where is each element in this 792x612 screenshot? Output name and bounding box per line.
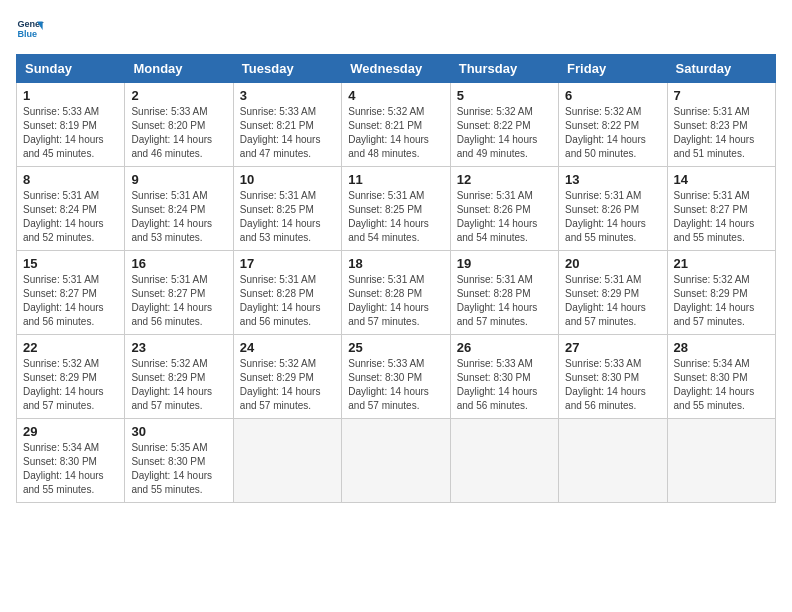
day-info: Sunrise: 5:31 AM Sunset: 8:26 PM Dayligh… xyxy=(565,189,660,245)
day-number: 20 xyxy=(565,256,660,271)
calendar-cell: 14Sunrise: 5:31 AM Sunset: 8:27 PM Dayli… xyxy=(667,167,775,251)
day-number: 19 xyxy=(457,256,552,271)
calendar-cell: 13Sunrise: 5:31 AM Sunset: 8:26 PM Dayli… xyxy=(559,167,667,251)
calendar-row: 1Sunrise: 5:33 AM Sunset: 8:19 PM Daylig… xyxy=(17,83,776,167)
day-info: Sunrise: 5:32 AM Sunset: 8:21 PM Dayligh… xyxy=(348,105,443,161)
day-number: 18 xyxy=(348,256,443,271)
calendar-table: SundayMondayTuesdayWednesdayThursdayFrid… xyxy=(16,54,776,503)
day-number: 27 xyxy=(565,340,660,355)
calendar-cell: 4Sunrise: 5:32 AM Sunset: 8:21 PM Daylig… xyxy=(342,83,450,167)
day-info: Sunrise: 5:31 AM Sunset: 8:29 PM Dayligh… xyxy=(565,273,660,329)
calendar-cell xyxy=(559,419,667,503)
day-info: Sunrise: 5:31 AM Sunset: 8:25 PM Dayligh… xyxy=(348,189,443,245)
calendar-cell: 12Sunrise: 5:31 AM Sunset: 8:26 PM Dayli… xyxy=(450,167,558,251)
day-number: 25 xyxy=(348,340,443,355)
calendar-row: 22Sunrise: 5:32 AM Sunset: 8:29 PM Dayli… xyxy=(17,335,776,419)
weekday-header-sunday: Sunday xyxy=(17,55,125,83)
calendar-cell: 19Sunrise: 5:31 AM Sunset: 8:28 PM Dayli… xyxy=(450,251,558,335)
day-info: Sunrise: 5:32 AM Sunset: 8:29 PM Dayligh… xyxy=(23,357,118,413)
calendar-cell: 11Sunrise: 5:31 AM Sunset: 8:25 PM Dayli… xyxy=(342,167,450,251)
day-info: Sunrise: 5:33 AM Sunset: 8:30 PM Dayligh… xyxy=(348,357,443,413)
day-number: 1 xyxy=(23,88,118,103)
day-number: 10 xyxy=(240,172,335,187)
weekday-header-monday: Monday xyxy=(125,55,233,83)
day-number: 3 xyxy=(240,88,335,103)
calendar-cell: 27Sunrise: 5:33 AM Sunset: 8:30 PM Dayli… xyxy=(559,335,667,419)
calendar-cell: 22Sunrise: 5:32 AM Sunset: 8:29 PM Dayli… xyxy=(17,335,125,419)
calendar-cell: 20Sunrise: 5:31 AM Sunset: 8:29 PM Dayli… xyxy=(559,251,667,335)
weekday-header-wednesday: Wednesday xyxy=(342,55,450,83)
day-info: Sunrise: 5:32 AM Sunset: 8:29 PM Dayligh… xyxy=(240,357,335,413)
calendar-cell: 28Sunrise: 5:34 AM Sunset: 8:30 PM Dayli… xyxy=(667,335,775,419)
day-number: 2 xyxy=(131,88,226,103)
calendar-cell: 10Sunrise: 5:31 AM Sunset: 8:25 PM Dayli… xyxy=(233,167,341,251)
day-number: 14 xyxy=(674,172,769,187)
logo: General Blue xyxy=(16,16,48,44)
day-number: 4 xyxy=(348,88,443,103)
day-info: Sunrise: 5:31 AM Sunset: 8:25 PM Dayligh… xyxy=(240,189,335,245)
day-number: 17 xyxy=(240,256,335,271)
day-info: Sunrise: 5:31 AM Sunset: 8:27 PM Dayligh… xyxy=(674,189,769,245)
day-info: Sunrise: 5:33 AM Sunset: 8:20 PM Dayligh… xyxy=(131,105,226,161)
weekday-header-thursday: Thursday xyxy=(450,55,558,83)
day-info: Sunrise: 5:34 AM Sunset: 8:30 PM Dayligh… xyxy=(23,441,118,497)
day-number: 12 xyxy=(457,172,552,187)
calendar-cell: 30Sunrise: 5:35 AM Sunset: 8:30 PM Dayli… xyxy=(125,419,233,503)
weekday-header-friday: Friday xyxy=(559,55,667,83)
calendar-cell: 17Sunrise: 5:31 AM Sunset: 8:28 PM Dayli… xyxy=(233,251,341,335)
calendar-cell: 2Sunrise: 5:33 AM Sunset: 8:20 PM Daylig… xyxy=(125,83,233,167)
day-number: 22 xyxy=(23,340,118,355)
day-number: 23 xyxy=(131,340,226,355)
logo-icon: General Blue xyxy=(16,16,44,44)
day-info: Sunrise: 5:31 AM Sunset: 8:24 PM Dayligh… xyxy=(131,189,226,245)
day-info: Sunrise: 5:33 AM Sunset: 8:30 PM Dayligh… xyxy=(565,357,660,413)
svg-text:Blue: Blue xyxy=(17,29,37,39)
calendar-row: 15Sunrise: 5:31 AM Sunset: 8:27 PM Dayli… xyxy=(17,251,776,335)
calendar-cell xyxy=(233,419,341,503)
day-number: 29 xyxy=(23,424,118,439)
calendar-cell: 21Sunrise: 5:32 AM Sunset: 8:29 PM Dayli… xyxy=(667,251,775,335)
calendar-cell: 24Sunrise: 5:32 AM Sunset: 8:29 PM Dayli… xyxy=(233,335,341,419)
day-number: 7 xyxy=(674,88,769,103)
day-info: Sunrise: 5:31 AM Sunset: 8:27 PM Dayligh… xyxy=(23,273,118,329)
calendar-cell: 8Sunrise: 5:31 AM Sunset: 8:24 PM Daylig… xyxy=(17,167,125,251)
day-info: Sunrise: 5:31 AM Sunset: 8:27 PM Dayligh… xyxy=(131,273,226,329)
calendar-cell xyxy=(450,419,558,503)
day-number: 13 xyxy=(565,172,660,187)
day-info: Sunrise: 5:33 AM Sunset: 8:21 PM Dayligh… xyxy=(240,105,335,161)
day-info: Sunrise: 5:32 AM Sunset: 8:29 PM Dayligh… xyxy=(674,273,769,329)
day-number: 21 xyxy=(674,256,769,271)
day-info: Sunrise: 5:31 AM Sunset: 8:23 PM Dayligh… xyxy=(674,105,769,161)
day-info: Sunrise: 5:31 AM Sunset: 8:28 PM Dayligh… xyxy=(457,273,552,329)
calendar-cell: 1Sunrise: 5:33 AM Sunset: 8:19 PM Daylig… xyxy=(17,83,125,167)
calendar-cell: 3Sunrise: 5:33 AM Sunset: 8:21 PM Daylig… xyxy=(233,83,341,167)
day-number: 28 xyxy=(674,340,769,355)
day-info: Sunrise: 5:35 AM Sunset: 8:30 PM Dayligh… xyxy=(131,441,226,497)
day-info: Sunrise: 5:33 AM Sunset: 8:19 PM Dayligh… xyxy=(23,105,118,161)
calendar-cell: 6Sunrise: 5:32 AM Sunset: 8:22 PM Daylig… xyxy=(559,83,667,167)
day-number: 8 xyxy=(23,172,118,187)
calendar-cell: 16Sunrise: 5:31 AM Sunset: 8:27 PM Dayli… xyxy=(125,251,233,335)
calendar-cell: 29Sunrise: 5:34 AM Sunset: 8:30 PM Dayli… xyxy=(17,419,125,503)
calendar-cell xyxy=(667,419,775,503)
calendar-cell: 5Sunrise: 5:32 AM Sunset: 8:22 PM Daylig… xyxy=(450,83,558,167)
day-number: 26 xyxy=(457,340,552,355)
day-number: 24 xyxy=(240,340,335,355)
day-info: Sunrise: 5:31 AM Sunset: 8:28 PM Dayligh… xyxy=(348,273,443,329)
day-info: Sunrise: 5:31 AM Sunset: 8:28 PM Dayligh… xyxy=(240,273,335,329)
day-number: 9 xyxy=(131,172,226,187)
day-info: Sunrise: 5:34 AM Sunset: 8:30 PM Dayligh… xyxy=(674,357,769,413)
day-info: Sunrise: 5:32 AM Sunset: 8:29 PM Dayligh… xyxy=(131,357,226,413)
day-number: 5 xyxy=(457,88,552,103)
calendar-row: 8Sunrise: 5:31 AM Sunset: 8:24 PM Daylig… xyxy=(17,167,776,251)
calendar-cell xyxy=(342,419,450,503)
calendar-cell: 9Sunrise: 5:31 AM Sunset: 8:24 PM Daylig… xyxy=(125,167,233,251)
day-info: Sunrise: 5:33 AM Sunset: 8:30 PM Dayligh… xyxy=(457,357,552,413)
calendar-cell: 23Sunrise: 5:32 AM Sunset: 8:29 PM Dayli… xyxy=(125,335,233,419)
calendar-cell: 26Sunrise: 5:33 AM Sunset: 8:30 PM Dayli… xyxy=(450,335,558,419)
calendar-cell: 7Sunrise: 5:31 AM Sunset: 8:23 PM Daylig… xyxy=(667,83,775,167)
day-info: Sunrise: 5:31 AM Sunset: 8:26 PM Dayligh… xyxy=(457,189,552,245)
day-number: 15 xyxy=(23,256,118,271)
day-info: Sunrise: 5:32 AM Sunset: 8:22 PM Dayligh… xyxy=(565,105,660,161)
day-info: Sunrise: 5:31 AM Sunset: 8:24 PM Dayligh… xyxy=(23,189,118,245)
